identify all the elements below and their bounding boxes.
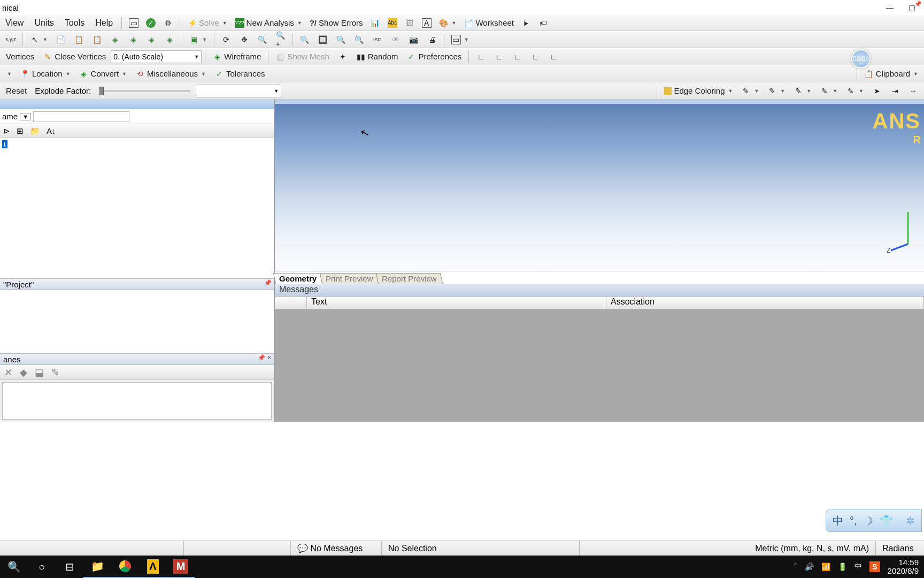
wireframe-button[interactable]: ◈Wireframe bbox=[209, 50, 265, 64]
ime-panel[interactable]: 中 °, ☽ 👕 ✲ bbox=[826, 509, 922, 532]
toolbar-icon-c[interactable]: 🖼 bbox=[401, 16, 418, 30]
location-button[interactable]: 📍Location▼ bbox=[17, 67, 74, 81]
window-button[interactable]: ▭▼ bbox=[448, 33, 473, 47]
pen4[interactable]: ✎▼ bbox=[816, 84, 841, 98]
edge-coloring-button[interactable]: Edge Coloring▼ bbox=[660, 84, 736, 98]
taskbar-ansys[interactable]: Λ bbox=[139, 556, 167, 578]
details-pin[interactable]: 📌 bbox=[264, 279, 272, 286]
solve-button[interactable]: ⚡Solve▼ bbox=[183, 16, 230, 30]
tray-chevron[interactable]: ˄ bbox=[794, 562, 797, 571]
menu-tools[interactable]: Tools bbox=[59, 18, 90, 28]
toolbar-wiz[interactable]: ⚙ bbox=[159, 16, 176, 30]
axis2[interactable]: ∟ bbox=[490, 50, 507, 64]
info-probe[interactable]: i▸ bbox=[518, 16, 535, 30]
tray-clock[interactable]: 14:59 2020/8/9 bbox=[888, 558, 919, 576]
panes-del[interactable]: ✕ bbox=[4, 367, 12, 378]
tolerances-button[interactable]: ✓Tolerances bbox=[211, 67, 269, 81]
zoom-button[interactable]: 🔍 bbox=[254, 33, 271, 47]
panes-shape[interactable]: ◆ bbox=[20, 367, 27, 378]
taskbar-explorer[interactable]: 📁 bbox=[83, 556, 111, 578]
dd1[interactable]: ▼ bbox=[2, 67, 16, 81]
pen1[interactable]: ✎▼ bbox=[737, 84, 763, 98]
toolbar-check[interactable]: ✓ bbox=[142, 16, 159, 30]
toolbar-icon-b[interactable]: Abc bbox=[384, 16, 401, 30]
scale-combo[interactable]: 0. (Auto Scale)▼ bbox=[111, 50, 202, 63]
axis3[interactable]: ∟ bbox=[509, 50, 526, 64]
axis1[interactable]: ∟ bbox=[472, 50, 489, 64]
cam-button[interactable]: 📷 bbox=[405, 33, 422, 47]
show-mesh-button[interactable]: ▦Show Mesh bbox=[272, 50, 333, 64]
axis4[interactable]: ∟ bbox=[527, 50, 544, 64]
outline-tree[interactable]: t bbox=[0, 138, 274, 278]
tray-volume[interactable]: 🔊 bbox=[805, 562, 814, 571]
cube1-button[interactable]: ◈ bbox=[107, 33, 124, 47]
explode-slider[interactable] bbox=[99, 90, 190, 92]
tag-button[interactable]: 🏷 bbox=[535, 16, 552, 30]
tray-wifi[interactable]: 📶 bbox=[821, 562, 830, 571]
align-tool2[interactable]: ↔ bbox=[905, 84, 922, 98]
prev-button[interactable]: 🔍 bbox=[333, 33, 350, 47]
toolbar-icon-e[interactable]: 🎨▼ bbox=[435, 16, 460, 30]
toolbar-icon-a[interactable]: 📊 bbox=[367, 16, 384, 30]
menu-help[interactable]: Help bbox=[90, 18, 118, 28]
cube4-button[interactable]: ◈ bbox=[161, 33, 179, 47]
ime-moon[interactable]: ☽ bbox=[864, 514, 873, 527]
xyz-button[interactable]: x,y,z bbox=[2, 33, 19, 47]
align-tool[interactable]: ⇥ bbox=[887, 84, 904, 98]
taskbar-cortana[interactable]: ○ bbox=[28, 556, 56, 578]
pen2[interactable]: ✎▼ bbox=[764, 84, 789, 98]
fit-button[interactable]: 🔍 bbox=[296, 33, 313, 47]
tray-sogou[interactable]: S bbox=[869, 561, 880, 572]
toolbar-icon-d[interactable]: A bbox=[418, 16, 435, 30]
close-vertices-button[interactable]: ✎Close Vertices bbox=[39, 50, 110, 64]
menu-view[interactable]: View bbox=[0, 18, 29, 28]
tree-folder[interactable]: 📁 bbox=[30, 126, 40, 136]
toolbar-icon-1[interactable]: ▭ bbox=[125, 16, 142, 30]
tree-plus[interactable]: ⊞ bbox=[17, 126, 24, 136]
random-button[interactable]: ▮▮Random bbox=[352, 50, 402, 64]
worksheet-button[interactable]: 📄Worksheet bbox=[460, 16, 517, 30]
clipboard-button[interactable]: 📋Clipboard▼ bbox=[860, 67, 922, 81]
misc-button[interactable]: ⟲Miscellaneous▼ bbox=[132, 67, 210, 81]
vertices-button[interactable]: Vertices bbox=[2, 50, 38, 64]
taskbar-chrome[interactable] bbox=[111, 556, 139, 578]
panes-pin[interactable]: 📌 ✕ bbox=[258, 354, 272, 361]
minimize-button[interactable]: — bbox=[886, 3, 894, 12]
box-button[interactable]: ▣▼ bbox=[186, 33, 211, 47]
pin-icon[interactable]: 📌 bbox=[914, 1, 922, 7]
filter-input[interactable] bbox=[33, 111, 129, 122]
new-button[interactable]: 📄 bbox=[52, 33, 70, 47]
taskbar-app-m[interactable]: M bbox=[167, 556, 195, 578]
tab-report-preview[interactable]: Report Preview bbox=[376, 273, 443, 284]
panes-t[interactable]: ⬓ bbox=[35, 367, 44, 378]
print-button[interactable]: 🖨 bbox=[424, 33, 441, 47]
paste-button[interactable]: 📋 bbox=[89, 33, 106, 47]
ime-dot[interactable]: °, bbox=[850, 515, 857, 527]
spark-button[interactable]: ✦ bbox=[334, 50, 351, 64]
arrow-tool[interactable]: ➤ bbox=[868, 84, 886, 98]
taskbar-search[interactable]: 🔍 bbox=[0, 556, 28, 578]
cube2-button[interactable]: ◈ bbox=[125, 33, 142, 47]
view1-button[interactable]: 👁 bbox=[387, 33, 404, 47]
menu-units[interactable]: Units bbox=[29, 18, 59, 28]
pen5[interactable]: ✎▼ bbox=[842, 84, 867, 98]
panes-brush[interactable]: ✎ bbox=[51, 367, 59, 378]
iso-button[interactable]: ISO bbox=[369, 33, 386, 47]
tab-geometry[interactable]: Geometry bbox=[273, 273, 322, 284]
select-button[interactable]: ↖▼ bbox=[26, 33, 51, 47]
ime-cn[interactable]: 中 bbox=[833, 514, 843, 528]
viewport-3d[interactable]: ANS R Z ↖ bbox=[275, 100, 924, 271]
cube3-button[interactable]: ◈ bbox=[143, 33, 160, 47]
tray-ime[interactable]: 中 bbox=[854, 562, 862, 572]
tab-print-preview[interactable]: Print Preview bbox=[320, 273, 379, 284]
reset-button[interactable]: Reset bbox=[2, 84, 30, 98]
explode-combo[interactable]: ▼ bbox=[196, 85, 281, 97]
tree-sort[interactable]: A↓ bbox=[47, 126, 56, 135]
new-analysis-button[interactable]: ???New Analysis▼ bbox=[231, 16, 306, 30]
preferences-button[interactable]: ✓Preferences bbox=[403, 50, 465, 64]
tray-battery[interactable]: 🔋 bbox=[838, 562, 847, 571]
axis5[interactable]: ∟ bbox=[545, 50, 562, 64]
zoomin-button[interactable]: 🔍+ bbox=[272, 33, 289, 47]
convert-button[interactable]: ◈Convert▼ bbox=[75, 67, 130, 81]
tree-root[interactable]: t bbox=[2, 140, 7, 148]
